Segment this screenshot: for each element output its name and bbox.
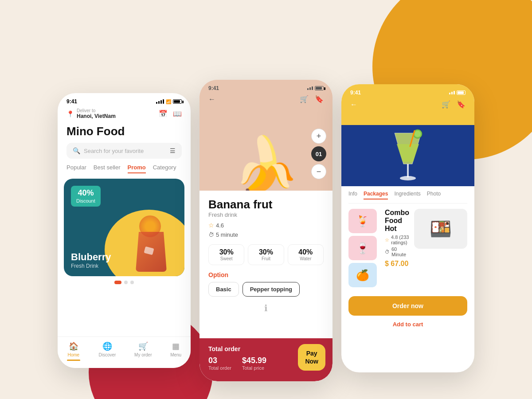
p2-product-sub: Fresh drink bbox=[208, 211, 324, 218]
p2-order-bar: Total order 03 Total order $45.99 Total … bbox=[200, 338, 332, 381]
p1-search-bar[interactable]: 🔍 Search for your favorite ☰ bbox=[66, 143, 182, 159]
p1-drink-illustration bbox=[131, 214, 176, 272]
p3-back-button[interactable]: ← bbox=[350, 101, 357, 109]
nav-active-indicator bbox=[67, 360, 80, 361]
p1-search-placeholder: Search for your favorite bbox=[84, 148, 144, 154]
p2-total-price: $45.99 bbox=[242, 356, 266, 365]
dot-3[interactable] bbox=[130, 281, 134, 284]
p1-header: 📍 Deliver to Hanoi, VietNam 📅 📖 bbox=[58, 106, 191, 123]
p2-time-value: 5 minute bbox=[216, 231, 238, 238]
p1-deliver-city: Hanoi, VietNam bbox=[77, 113, 116, 119]
p1-discount-pct: 40% bbox=[76, 188, 95, 198]
p3-tab-photo[interactable]: Photo bbox=[427, 191, 441, 200]
p3-order-button[interactable]: Order now bbox=[348, 296, 467, 316]
p3-packages-section: 🍹 🍷 🍊 🍱 Combo Food Hot ☆ 4.8 (233 rating… bbox=[348, 209, 467, 287]
stat-sweet-label: Sweet bbox=[211, 256, 241, 261]
nav-discover-label: Discover bbox=[98, 352, 116, 357]
p2-price-section: $45.99 Total price bbox=[242, 356, 266, 371]
p2-cart-icon[interactable]: 🛒 bbox=[300, 95, 309, 103]
qty-value-display: 01 bbox=[311, 146, 326, 161]
p3-bookmark-icon[interactable]: 🔖 bbox=[457, 100, 466, 109]
p2-time: 9:41 bbox=[208, 85, 219, 91]
dot-1[interactable] bbox=[114, 281, 121, 284]
nav-myorder-label: My order bbox=[134, 352, 152, 357]
svg-point-5 bbox=[415, 131, 421, 137]
phones-wrapper: 9:41 📶 📍 Deliver to Hanoi bbox=[0, 0, 532, 399]
signal-icon-2 bbox=[307, 86, 313, 90]
p3-main-item: 🍱 Combo Food Hot ☆ 4.8 (233 ratings) ⏱ 6… bbox=[385, 209, 467, 287]
p1-promo-product-name: Bluberry bbox=[71, 251, 111, 263]
option-basic[interactable]: Basic bbox=[208, 282, 239, 297]
nav-home[interactable]: 🏠 Home bbox=[67, 341, 80, 361]
p2-option-label: Option bbox=[208, 271, 324, 278]
stat-sweet-pct: 30% bbox=[211, 248, 241, 256]
signal-icon bbox=[156, 99, 164, 104]
p1-status-bar: 9:41 📶 bbox=[58, 93, 191, 106]
tab-promo[interactable]: Promo bbox=[128, 164, 146, 173]
book-icon[interactable]: 📖 bbox=[173, 110, 182, 118]
stat-fruit-label: Fruit bbox=[251, 256, 281, 261]
p2-total-left: Total order 03 Total order $45.99 Total … bbox=[208, 345, 266, 371]
nav-discover[interactable]: 🌐 Discover bbox=[98, 341, 116, 361]
p2-count-label: Total order bbox=[208, 365, 231, 371]
discover-icon: 🌐 bbox=[102, 341, 112, 351]
svg-rect-1 bbox=[407, 164, 409, 177]
qty-increase-button[interactable]: + bbox=[311, 129, 326, 144]
p2-back-button[interactable]: ← bbox=[208, 95, 215, 103]
p3-status-icons bbox=[449, 90, 466, 96]
p3-hero-image: 9:41 ← 🛒 🔖 bbox=[341, 84, 474, 186]
nav-menu[interactable]: ▦ Menu bbox=[170, 341, 181, 361]
dot-2[interactable] bbox=[124, 281, 128, 284]
nav-home-label: Home bbox=[67, 352, 79, 357]
clock-icon-3: ⏱ bbox=[385, 249, 390, 254]
stat-fruit-pct: 30% bbox=[251, 248, 281, 256]
p3-thumb-1[interactable]: 🍹 bbox=[348, 209, 377, 233]
phone-2: 9:41 ← 🛒 🔖 bbox=[200, 80, 332, 381]
stat-water-pct: 40% bbox=[291, 248, 321, 256]
p2-rating: ☆ 4.6 bbox=[208, 222, 324, 229]
search-icon: 🔍 bbox=[73, 147, 80, 154]
p2-pay-now-button[interactable]: PayNow bbox=[298, 344, 325, 371]
p3-time: 9:41 bbox=[350, 90, 361, 96]
battery-icon bbox=[173, 99, 182, 104]
p2-bookmark-icon[interactable]: 🔖 bbox=[315, 95, 324, 103]
p2-product-image: 🍌 bbox=[233, 137, 299, 191]
p3-add-to-cart-button[interactable]: Add to cart bbox=[341, 318, 474, 330]
p1-carousel-dots bbox=[58, 276, 191, 287]
p2-product-info: Banana frut Fresh drink ☆ 4.6 ⏱ 5 minute… bbox=[200, 191, 332, 324]
svg-point-2 bbox=[400, 176, 416, 180]
p1-tabs: Popular Best seller Promo Category bbox=[58, 164, 191, 179]
qty-decrease-button[interactable]: − bbox=[311, 164, 326, 179]
signal-icon-3 bbox=[449, 91, 455, 94]
p1-promo-product-sub: Fresh Drink bbox=[71, 263, 111, 269]
p2-info-icon[interactable]: ℹ bbox=[208, 303, 324, 313]
p2-qty-selector: + 01 − bbox=[311, 129, 326, 179]
tab-category[interactable]: Category bbox=[153, 164, 176, 173]
p3-top-nav: ← 🛒 🔖 bbox=[341, 98, 474, 110]
battery-icon-3 bbox=[457, 90, 466, 95]
p3-time-value: 60 Minute bbox=[391, 246, 411, 257]
p1-status-icons: 📶 bbox=[156, 99, 182, 104]
calendar-icon[interactable]: 📅 bbox=[159, 110, 168, 118]
p3-rating-value: 4.8 (233 ratings) bbox=[391, 235, 411, 245]
p3-thumbnails: 🍹 🍷 🍊 bbox=[348, 209, 377, 287]
p3-tab-ingredients[interactable]: Ingredients bbox=[394, 191, 420, 200]
p3-thumb-2[interactable]: 🍷 bbox=[348, 236, 377, 260]
p3-cart-icon[interactable]: 🛒 bbox=[442, 100, 450, 109]
filter-icon[interactable]: ☰ bbox=[170, 147, 176, 154]
p3-tab-info[interactable]: Info bbox=[348, 191, 357, 200]
p2-rating-value: 4.6 bbox=[216, 222, 224, 229]
p1-discount-badge: 40% Discount bbox=[71, 186, 101, 207]
tab-bestseller[interactable]: Best seller bbox=[94, 164, 121, 173]
p3-tab-packages[interactable]: Packages bbox=[364, 191, 388, 200]
p1-header-icons: 📅 📖 bbox=[159, 110, 182, 118]
nav-myorder[interactable]: 🛒 My order bbox=[134, 341, 152, 361]
p1-discount-label: Discount bbox=[76, 198, 95, 204]
p2-count-section: 03 Total order bbox=[208, 356, 231, 371]
option-pepper[interactable]: Pepper topping bbox=[243, 282, 300, 297]
p3-item-rating: ☆ 4.8 (233 ratings) bbox=[385, 235, 411, 245]
battery-icon-2 bbox=[315, 86, 324, 90]
p3-thumb-3[interactable]: 🍊 bbox=[348, 263, 377, 287]
p2-time: ⏱ 5 minute bbox=[208, 231, 324, 238]
tab-popular[interactable]: Popular bbox=[66, 164, 86, 173]
